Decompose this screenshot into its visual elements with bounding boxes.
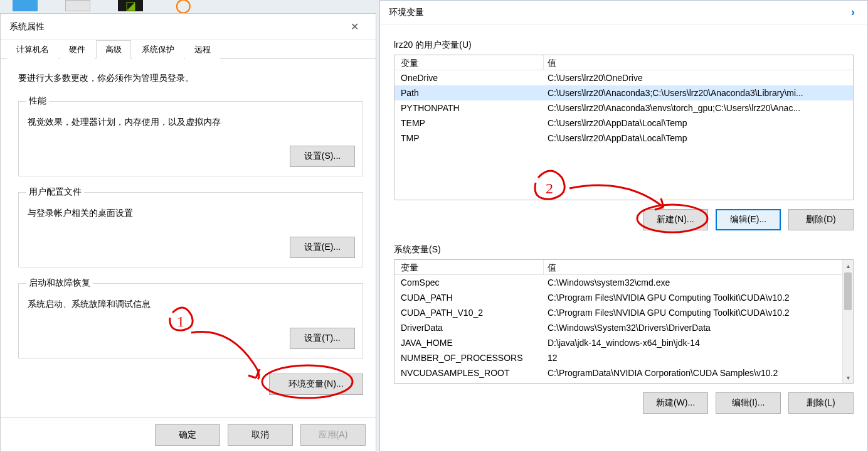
system-var-value: C:\Windows\system32\cmd.exe	[544, 275, 853, 290]
user-edit-button[interactable]: 编辑(E)...	[716, 209, 781, 230]
system-vars-listbox[interactable]: 变量 值 ComSpecC:\Windows\system32\cmd.exeC…	[394, 259, 854, 384]
system-var-name: ComSpec	[394, 275, 544, 290]
desc-performance: 视觉效果，处理器计划，内存使用，以及虚拟内存	[28, 117, 355, 128]
system-vars-header[interactable]: 变量 值	[394, 260, 853, 275]
col-header-variable[interactable]: 变量	[394, 55, 544, 70]
taskbar-icons: ◪ ◯	[0, 0, 376, 13]
close-icon[interactable]: ✕	[342, 18, 367, 36]
col-header-value[interactable]: 值	[544, 260, 853, 275]
user-var-value: C:\Users\lrz20\AppData\Local\Temp	[544, 131, 853, 146]
legend-startup-recovery: 启动和故障恢复	[26, 277, 93, 289]
system-var-value: C:\ProgramData\NVIDIA Corporation\CUDA S…	[544, 365, 853, 380]
system-new-button[interactable]: 新建(W)...	[643, 392, 708, 414]
user-var-name: PYTHONPATH	[394, 100, 544, 116]
system-var-row[interactable]: JAVA_HOMED:\java\jdk-14_windows-x64_bin\…	[394, 335, 853, 350]
ok-button[interactable]: 确定	[155, 424, 220, 446]
cancel-button[interactable]: 取消	[228, 424, 293, 446]
system-var-row[interactable]: NUMBER_OF_PROCESSORS12	[394, 350, 853, 365]
user-delete-button[interactable]: 删除(D)	[788, 209, 854, 230]
envvars-titlebar[interactable]: 环境变量 ›	[380, 1, 867, 24]
system-var-name: CUDA_PATH_V10_2	[394, 305, 544, 320]
user-var-row[interactable]: OneDriveC:\Users\lrz20\OneDrive	[394, 70, 853, 85]
system-var-row[interactable]: DriverDataC:\Windows\System32\Drivers\Dr…	[394, 320, 853, 335]
titlebar[interactable]: 系统属性 ✕	[1, 14, 376, 40]
user-var-value: C:\Users\lrz20\OneDrive	[544, 70, 853, 85]
taskbar-icon-nvidia: ◪	[118, 0, 143, 11]
envvars-window-title: 环境变量	[389, 7, 424, 18]
user-vars-label: lrz20 的用户变量(U)	[394, 40, 854, 51]
system-var-value: C:\Windows\System32\Drivers\DriverData	[544, 320, 853, 335]
system-var-row[interactable]: CUDA_PATH_V10_2C:\Program Files\NVIDIA G…	[394, 305, 853, 320]
user-vars-listbox[interactable]: 变量 值 OneDriveC:\Users\lrz20\OneDrivePath…	[394, 55, 854, 200]
group-startup-recovery: 启动和故障恢复 系统启动、系统故障和调试信息 设置(T)...	[18, 277, 363, 358]
settings-performance-button[interactable]: 设置(S)...	[290, 146, 355, 167]
user-var-name: TEMP	[394, 116, 544, 131]
tab-advanced[interactable]: 高级	[96, 40, 131, 59]
tab-remote[interactable]: 远程	[185, 40, 220, 59]
system-var-value: C:\Program Files\NVIDIA GPU Computing To…	[544, 290, 853, 305]
system-var-value: D:\java\jdk-14_windows-x64_bin\jdk-14	[544, 335, 853, 350]
tab-computer-name[interactable]: 计算机名	[7, 40, 58, 59]
system-edit-button[interactable]: 编辑(I)...	[716, 392, 781, 414]
user-var-value: C:\Users\lrz20\Anaconda3;C:\Users\lrz20\…	[544, 85, 853, 100]
system-var-name: CUDA_PATH	[394, 290, 544, 305]
system-var-row[interactable]: CUDA_PATHC:\Program Files\NVIDIA GPU Com…	[394, 290, 853, 305]
taskbar-icon-1	[13, 0, 38, 11]
apply-button[interactable]: 应用(A)	[300, 424, 366, 446]
desc-startup-recovery: 系统启动、系统故障和调试信息	[28, 299, 355, 310]
settings-user-profiles-button[interactable]: 设置(E)...	[290, 237, 355, 258]
user-var-row[interactable]: PathC:\Users\lrz20\Anaconda3;C:\Users\lr…	[394, 85, 853, 100]
system-properties-window: 系统属性 ✕ 计算机名 硬件 高级 系统保护 远程 要进行大多数更改，你必须作为…	[0, 13, 376, 452]
system-var-name: NVCUDASAMPLES_ROOT	[394, 365, 544, 380]
tab-strip: 计算机名 硬件 高级 系统保护 远程	[1, 40, 376, 59]
dialog-footer: 确定 取消 应用(A)	[1, 417, 376, 451]
user-var-name: TMP	[394, 131, 544, 146]
system-var-name: NUMBER_OF_PROCESSORS	[394, 350, 544, 365]
system-var-name: JAVA_HOME	[394, 335, 544, 350]
user-var-name: Path	[394, 85, 544, 100]
system-vars-label: 系统变量(S)	[394, 244, 854, 256]
user-new-button[interactable]: 新建(N)...	[643, 209, 708, 230]
environment-variables-button[interactable]: 环境变量(N)...	[269, 374, 363, 395]
taskbar-icon-4: ◯	[171, 0, 196, 11]
window-title: 系统属性	[9, 21, 45, 33]
scroll-thumb[interactable]	[844, 272, 852, 310]
group-performance: 性能 视觉效果，处理器计划，内存使用，以及虚拟内存 设置(S)...	[18, 95, 363, 176]
user-vars-header[interactable]: 变量 值	[394, 55, 853, 70]
user-var-row[interactable]: TEMPC:\Users\lrz20\AppData\Local\Temp	[394, 116, 853, 131]
desc-user-profiles: 与登录帐户相关的桌面设置	[28, 208, 355, 219]
user-var-row[interactable]: TMPC:\Users\lrz20\AppData\Local\Temp	[394, 131, 853, 146]
system-var-name: DriverData	[394, 320, 544, 335]
settings-startup-button[interactable]: 设置(T)...	[290, 328, 355, 349]
col-header-value[interactable]: 值	[544, 55, 853, 70]
user-var-row[interactable]: PYTHONPATHC:\Users\lrz20\Anaconda3\envs\…	[394, 100, 853, 116]
system-vars-scrollbar[interactable]: ▴ ▾	[842, 260, 853, 383]
col-header-variable[interactable]: 变量	[394, 260, 544, 275]
system-delete-button[interactable]: 删除(L)	[788, 392, 854, 414]
scroll-down-icon[interactable]: ▾	[843, 372, 853, 383]
taskbar-icon-2	[65, 0, 90, 11]
environment-variables-window: 环境变量 › lrz20 的用户变量(U) 变量 值 OneDriveC:\Us…	[379, 0, 868, 452]
legend-performance: 性能	[26, 95, 49, 107]
chevron-right-icon[interactable]: ›	[847, 6, 859, 19]
system-var-row[interactable]: NVCUDASAMPLES_ROOTC:\ProgramData\NVIDIA …	[394, 365, 853, 380]
system-var-value: 12	[544, 350, 853, 365]
user-var-value: C:\Users\lrz20\AppData\Local\Temp	[544, 116, 853, 131]
lead-text: 要进行大多数更改，你必须作为管理员登录。	[18, 73, 363, 84]
system-var-row[interactable]: ComSpecC:\Windows\system32\cmd.exe	[394, 275, 853, 290]
tab-hardware[interactable]: 硬件	[60, 40, 95, 59]
group-user-profiles: 用户配置文件 与登录帐户相关的桌面设置 设置(E)...	[18, 186, 363, 267]
system-var-value: C:\Program Files\NVIDIA GPU Computing To…	[544, 305, 853, 320]
legend-user-profiles: 用户配置文件	[26, 186, 84, 198]
user-var-name: OneDrive	[394, 70, 544, 85]
tab-system-protection[interactable]: 系统保护	[132, 40, 184, 59]
scroll-up-icon[interactable]: ▴	[843, 260, 853, 271]
user-var-value: C:\Users\lrz20\Anaconda3\envs\torch_gpu;…	[544, 100, 853, 116]
